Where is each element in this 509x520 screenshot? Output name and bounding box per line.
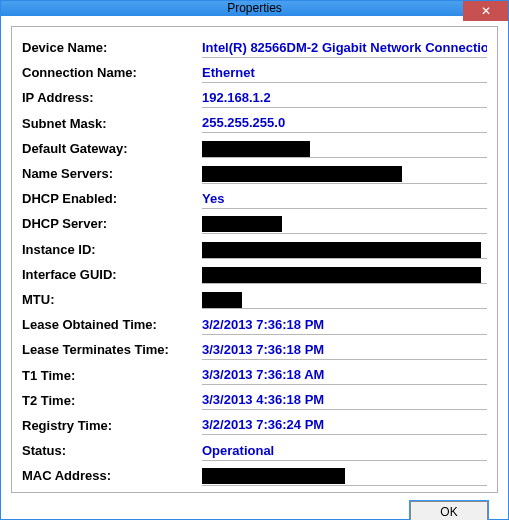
titlebar: Properties ✕: [1, 1, 508, 16]
property-value: 255.255.255.0: [202, 113, 487, 133]
property-row: DHCP Server:: [22, 211, 487, 236]
property-value: [202, 164, 487, 184]
property-row: DHCP Enabled:Yes: [22, 186, 487, 211]
property-row: Connection Name:Ethernet: [22, 60, 487, 85]
property-label: DHCP Enabled:: [22, 191, 202, 206]
redacted-value: [202, 292, 242, 308]
property-row: Registry Time:3/2/2013 7:36:24 PM: [22, 413, 487, 438]
properties-panel: Device Name:Intel(R) 82566DM-2 Gigabit N…: [11, 26, 498, 493]
property-label: DHCP Server:: [22, 216, 202, 231]
property-value: [202, 264, 487, 284]
property-value: 3/2/2013 7:36:18 PM: [202, 315, 487, 335]
button-row: OK: [11, 493, 498, 520]
property-label: MTU:: [22, 292, 202, 307]
window-title: Properties: [1, 1, 508, 15]
property-label: Lease Terminates Time:: [22, 342, 202, 357]
close-icon: ✕: [481, 4, 491, 18]
property-row: IP Address:192.168.1.2: [22, 85, 487, 110]
property-value: 192.168.1.2: [202, 88, 487, 108]
property-row: Instance ID:: [22, 237, 487, 262]
property-row: T1 Time:3/3/2013 7:36:18 AM: [22, 362, 487, 387]
property-label: Registry Time:: [22, 418, 202, 433]
property-value: [202, 289, 487, 309]
property-label: Status:: [22, 443, 202, 458]
property-label: T1 Time:: [22, 368, 202, 383]
redacted-value: [202, 141, 310, 157]
property-value: [202, 138, 487, 158]
property-row: T2 Time:3/3/2013 4:36:18 PM: [22, 388, 487, 413]
property-label: Interface GUID:: [22, 267, 202, 282]
property-label: Device Name:: [22, 40, 202, 55]
property-value: 3/3/2013 7:36:18 AM: [202, 365, 487, 385]
property-value: 3/3/2013 7:36:18 PM: [202, 340, 487, 360]
property-row: Lease Obtained Time:3/2/2013 7:36:18 PM: [22, 312, 487, 337]
property-row: Name Servers:: [22, 161, 487, 186]
property-label: T2 Time:: [22, 393, 202, 408]
property-row: MTU:: [22, 287, 487, 312]
property-row: Status:Operational: [22, 438, 487, 463]
property-value: Ethernet: [202, 63, 487, 83]
redacted-value: [202, 166, 402, 182]
redacted-value: [202, 242, 481, 258]
property-row: MAC Address:: [22, 463, 487, 488]
property-row: Default Gateway:: [22, 136, 487, 161]
property-value: Yes: [202, 189, 487, 209]
property-value: Operational: [202, 441, 487, 461]
property-label: IP Address:: [22, 90, 202, 105]
redacted-value: [202, 216, 282, 232]
ok-button[interactable]: OK: [410, 501, 488, 520]
property-value: [202, 466, 487, 486]
property-row: Device Name:Intel(R) 82566DM-2 Gigabit N…: [22, 35, 487, 60]
property-row: Lease Terminates Time:3/3/2013 7:36:18 P…: [22, 337, 487, 362]
properties-window: Properties ✕ Device Name:Intel(R) 82566D…: [0, 0, 509, 520]
close-button[interactable]: ✕: [463, 1, 508, 21]
property-label: Instance ID:: [22, 242, 202, 257]
property-value: 3/3/2013 4:36:18 PM: [202, 390, 487, 410]
property-value: 3/2/2013 7:36:24 PM: [202, 415, 487, 435]
redacted-value: [202, 267, 481, 283]
content-area: Device Name:Intel(R) 82566DM-2 Gigabit N…: [1, 16, 508, 520]
property-value: Intel(R) 82566DM-2 Gigabit Network Conne…: [202, 38, 487, 58]
property-label: MAC Address:: [22, 468, 202, 483]
property-value: [202, 214, 487, 234]
property-label: Lease Obtained Time:: [22, 317, 202, 332]
property-label: Connection Name:: [22, 65, 202, 80]
property-value: [202, 239, 487, 259]
property-label: Default Gateway:: [22, 141, 202, 156]
property-row: Subnet Mask:255.255.255.0: [22, 111, 487, 136]
property-row: Interface GUID:: [22, 262, 487, 287]
property-label: Name Servers:: [22, 166, 202, 181]
property-label: Subnet Mask:: [22, 116, 202, 131]
redacted-value: [202, 468, 345, 484]
